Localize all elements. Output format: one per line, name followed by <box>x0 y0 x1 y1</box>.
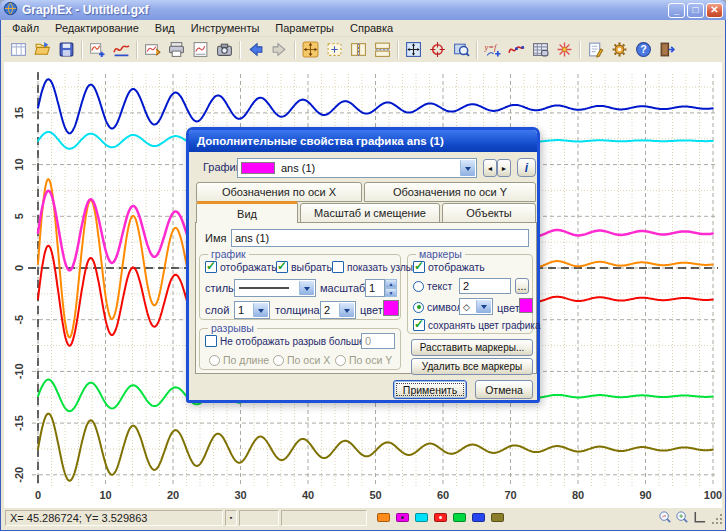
chevron-down-icon[interactable] <box>253 303 268 317</box>
checkbox-box[interactable] <box>413 261 425 273</box>
help-button[interactable]: ? <box>631 38 655 61</box>
graph-color-swatch[interactable] <box>415 513 428 522</box>
tab-scale-offset[interactable]: Масштаб и смещение <box>300 203 440 223</box>
title-bar[interactable]: GraphEx - Untitled.gxf _ □ ✕ <box>0 0 726 20</box>
checkbox-box[interactable] <box>413 319 425 331</box>
add-function-button[interactable]: y=f <box>480 38 504 61</box>
prev-graph-button[interactable]: ◄ <box>483 159 497 177</box>
break-by-y-radio[interactable]: По оси Y <box>335 354 392 366</box>
axes-icon[interactable] <box>692 510 707 525</box>
show-nodes-checkbox[interactable]: показать узлы <box>332 261 413 273</box>
menu-item-2[interactable]: Вид <box>147 21 183 35</box>
tab-view[interactable]: Вид <box>196 201 298 223</box>
spin-down-icon[interactable]: ▼ <box>385 288 397 297</box>
edit-graphs-button[interactable] <box>109 38 133 61</box>
menu-item-5[interactable]: Справка <box>342 21 401 35</box>
graph-color-swatch[interactable] <box>434 513 447 522</box>
annotate-button[interactable] <box>583 38 607 61</box>
radio-circle[interactable] <box>273 355 284 366</box>
thickness-combobox[interactable]: 2 <box>320 301 356 319</box>
scale-input[interactable]: 1 <box>365 279 385 297</box>
graph-color-swatch[interactable] <box>377 513 390 522</box>
graph-color-swatch[interactable] <box>491 513 504 522</box>
show-graph-checkbox[interactable]: отображать <box>205 261 277 273</box>
point-tool-button[interactable] <box>552 38 576 61</box>
menu-item-0[interactable]: Файл <box>4 21 47 35</box>
scale-stepper[interactable]: ▲▼ <box>385 279 397 297</box>
snapshot-button[interactable] <box>212 38 236 61</box>
radio-circle[interactable] <box>209 355 220 366</box>
show-markers-checkbox[interactable]: отображать <box>413 261 485 273</box>
checkbox-box[interactable] <box>276 261 288 273</box>
chevron-down-icon[interactable] <box>460 160 475 176</box>
checkbox-box[interactable] <box>332 261 344 273</box>
split-horizontal-button[interactable] <box>370 38 394 61</box>
zoom-extents-button[interactable] <box>298 38 322 61</box>
back-button[interactable] <box>243 38 267 61</box>
tab-objects[interactable]: Объекты <box>442 203 536 223</box>
next-graph-button[interactable]: ► <box>497 159 511 177</box>
markers-button[interactable] <box>504 38 528 61</box>
save-button[interactable] <box>54 38 78 61</box>
line-style-combobox[interactable] <box>234 279 316 297</box>
menu-item-1[interactable]: Редактирование <box>47 21 147 35</box>
checkbox-box[interactable] <box>205 261 217 273</box>
graph-color-swatch[interactable] <box>453 513 466 522</box>
print-button[interactable] <box>164 38 188 61</box>
forward-button[interactable] <box>267 38 291 61</box>
marker-text-browse-button[interactable]: ... <box>515 278 529 294</box>
select-graph-checkbox[interactable]: выбрать <box>276 261 332 273</box>
zoom-axes-icon[interactable] <box>675 510 690 525</box>
chevron-down-icon[interactable] <box>339 303 354 317</box>
break-threshold-input[interactable]: 0 <box>361 333 395 349</box>
zoom-region-button[interactable] <box>449 38 473 61</box>
radio-circle[interactable] <box>335 355 346 366</box>
graph-color-swatch[interactable] <box>472 513 485 522</box>
delete-markers-button[interactable]: Удалить все маркеры <box>411 358 533 375</box>
graph-color-swatch[interactable] <box>396 513 409 522</box>
data-table-button[interactable] <box>528 38 552 61</box>
pan-button[interactable] <box>401 38 425 61</box>
menu-item-4[interactable]: Параметры <box>267 21 342 35</box>
chevron-down-icon[interactable] <box>476 300 491 313</box>
cancel-button[interactable]: Отмена <box>475 380 533 399</box>
add-graph-button[interactable] <box>85 38 109 61</box>
marker-symbol-combobox[interactable]: ◇ <box>459 298 493 315</box>
minimize-button[interactable]: _ <box>668 3 685 18</box>
hide-break-checkbox[interactable]: Не отображать разрыв больше <box>205 335 365 347</box>
layer-combobox[interactable]: 1 <box>234 301 270 319</box>
keep-graph-color-checkbox[interactable]: сохранять цвет графика <box>413 319 540 331</box>
radio-circle[interactable] <box>413 302 424 313</box>
spin-up-icon[interactable]: ▲ <box>385 279 397 288</box>
exit-button[interactable] <box>655 38 679 61</box>
marker-symbol-radio[interactable]: символ <box>413 301 463 313</box>
info-button[interactable]: i <box>517 158 536 177</box>
split-vertical-button[interactable] <box>346 38 370 61</box>
graph-color-picker[interactable] <box>383 300 399 316</box>
break-by-x-radio[interactable]: По оси X <box>273 354 330 366</box>
tab-axis-y-labels[interactable]: Обозначения по оси Y <box>364 182 536 202</box>
break-by-length-radio[interactable]: По длине <box>209 354 269 366</box>
checkbox-box[interactable] <box>205 335 217 347</box>
crosshair-button[interactable] <box>425 38 449 61</box>
menu-item-3[interactable]: Инструменты <box>183 21 268 35</box>
export-image-button[interactable] <box>140 38 164 61</box>
settings-button[interactable] <box>607 38 631 61</box>
zoom-window-button[interactable] <box>322 38 346 61</box>
print-preview-button[interactable] <box>188 38 212 61</box>
close-button[interactable]: ✕ <box>706 3 723 18</box>
apply-button[interactable]: Применить <box>393 380 467 399</box>
resize-grip[interactable] <box>710 512 722 524</box>
marker-color-picker[interactable] <box>519 298 533 313</box>
radio-circle[interactable] <box>413 281 424 292</box>
graph-selector-combobox[interactable]: ans (1) <box>237 158 477 178</box>
maximize-button[interactable]: □ <box>687 3 704 18</box>
open-button[interactable] <box>30 38 54 61</box>
new-button[interactable] <box>6 38 30 61</box>
name-field-input[interactable]: ans (1) <box>231 229 529 247</box>
marker-text-radio[interactable]: текст <box>413 280 452 292</box>
dialog-title-bar[interactable]: Дополнительные свойства графика ans (1) <box>189 130 537 152</box>
marker-text-input[interactable]: 2 <box>459 278 511 294</box>
tab-axis-x-labels[interactable]: Обозначения по оси X <box>196 182 362 202</box>
zoom-chart-icon[interactable] <box>658 510 673 525</box>
